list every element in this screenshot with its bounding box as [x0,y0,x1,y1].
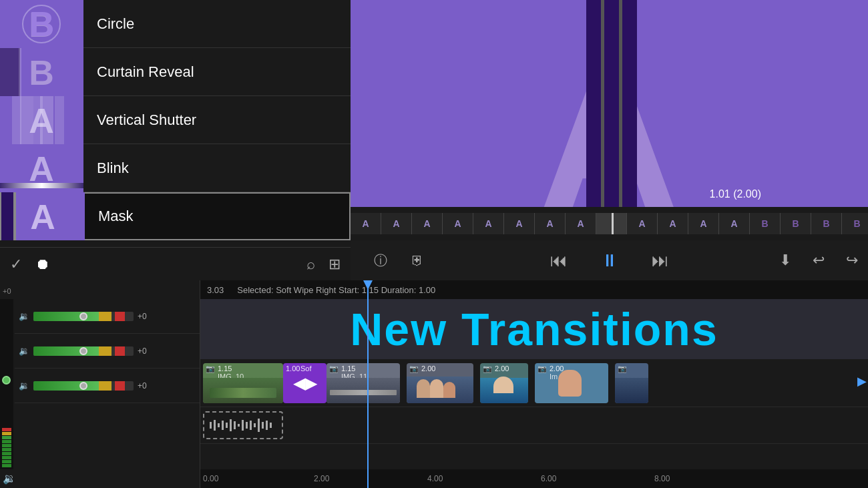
transition-item-blink[interactable]: A Blink [0,144,351,192]
prev-btn[interactable]: ⏮ [550,250,568,271]
ruler-mark-1: 2.00 [314,474,329,483]
svg-rect-28 [218,423,220,427]
clip4-icon: 📷 [483,364,492,373]
svg-rect-34 [242,420,244,431]
new-transitions-banner: New Transitions [200,299,868,359]
svg-text:A: A [30,198,55,236]
vshutter-thumb: A [0,96,83,144]
svg-text:A: A [29,101,54,140]
svg-rect-14 [0,183,83,188]
svg-rect-36 [250,421,252,430]
volume-knob-2[interactable] [79,347,87,355]
clip1-duration: 1.15 [218,364,232,373]
timeline-section: +0 🔉 +0 🔉 +0 🔉 [0,280,868,488]
timeline-status: Selected: Soft Wipe Right Start: 1.15 Du… [237,285,435,295]
svg-rect-21 [586,0,601,240]
filmstrip-bar: A A A A A A A A A A A A B B B B [351,207,868,240]
trans-name: Sof [300,364,312,373]
svg-rect-39 [262,422,264,429]
volume-knob-1[interactable] [79,312,87,320]
circle-label: Circle [83,15,134,33]
transition-item-circle[interactable]: B Circle [0,0,351,48]
svg-rect-29 [222,421,224,430]
video-clip-4[interactable]: 📷 2.00 [480,363,528,403]
audio-track-1: 🔉 +0 [15,299,200,334]
timeline-left-panel: +0 🔉 +0 🔉 +0 🔉 [0,280,200,488]
clip5-icon: 📷 [537,364,547,373]
volume-icon-3[interactable]: 🔉 [19,381,29,391]
transition-item-curtain-reveal[interactable]: B Curtain Reveal [0,48,351,96]
mask-label: Mask [85,208,134,225]
curtain-reveal-label: Curtain Reveal [83,63,194,81]
volume-icon-1[interactable]: 🔉 [19,311,29,321]
ruler-mark-0: 0.00 [203,474,218,483]
level-bar-3 [33,381,134,391]
volume-knob-3[interactable] [79,382,87,390]
redo-icon[interactable]: ↪ [846,252,858,269]
ruler-mark-2: 4.00 [427,474,443,483]
svg-rect-37 [254,423,256,427]
db-label-2: +0 [138,346,147,356]
info-icon[interactable]: ⓘ [374,252,387,270]
next-btn[interactable]: ⏭ [652,250,669,271]
volume-icon-2[interactable]: 🔉 [19,346,29,356]
transition-arrows-icon: ◀▶ [293,374,317,393]
video-clip-5[interactable]: 📷 2.00 Im [535,363,608,403]
grid-icon[interactable]: ⊞ [329,256,341,273]
svg-rect-22 [601,0,604,240]
svg-rect-17 [1,192,13,240]
video-clip-1[interactable]: 📷 1.15 IMG_10 [203,363,283,403]
shield-icon[interactable]: ⛨ [411,253,424,268]
timeline-content-area: 3.03 Selected: Soft Wipe Right Start: 1.… [200,280,868,488]
transition-clip[interactable]: ◀▶ 1.00 Sof [283,363,327,403]
transition-item-vertical-shutter[interactable]: A Vertical Shutter [0,96,351,144]
transition-list: B Circle B Curtain Reveal A [0,0,351,247]
video-clip-2[interactable]: 📷 1.15 IMG_11 [327,363,400,403]
svg-rect-9 [12,96,21,144]
audio-track-2: 🔉 +0 [15,334,200,369]
playhead-head [363,280,373,290]
record-icon[interactable]: ⏺ [35,256,50,273]
curtain-thumb: B [0,48,83,96]
undo-icon[interactable]: ↩ [813,252,825,269]
master-volume-icon[interactable]: 🔉 [3,472,16,485]
video-clip-6[interactable]: 📷 [615,363,648,403]
filmstrip-cells: A A A A A A A A A A A A B B B B [351,213,868,234]
timeline-time: 3.03 [207,285,224,295]
ruler-mark-3: 6.00 [541,474,556,483]
svg-rect-5 [0,48,20,96]
circle-thumb: B [0,0,83,48]
svg-rect-41 [270,423,272,428]
svg-rect-24 [619,0,622,240]
play-pause-btn[interactable]: ⏸ [601,250,618,271]
search-icon[interactable]: ⌕ [306,256,315,273]
audio-waveform-clip[interactable] [203,411,283,439]
svg-rect-26 [210,422,212,429]
svg-rect-31 [230,419,232,431]
level-knob[interactable] [2,376,11,385]
level-bar-1 [33,312,134,321]
clip6-icon: 📷 [618,364,627,373]
download-icon[interactable]: ⬇ [779,252,791,269]
blink-label: Blink [83,160,129,177]
clip3-icon: 📷 [409,364,419,373]
transition-item-mask[interactable]: A Mask [0,192,351,240]
timeline-status-bar: 3.03 Selected: Soft Wipe Right Start: 1.… [200,280,868,299]
video-clip-3[interactable]: 📷 2.00 [407,363,473,403]
transition-toolbar: ✓ ⏺ ⌕ ⊞ [0,247,351,280]
timeline-ruler: 0.00 2.00 4.00 6.00 8.00 [200,469,868,488]
level-bar-2 [33,346,134,356]
clip4-duration: 2.00 [495,364,509,373]
svg-text:B: B [29,5,54,44]
clip2-icon: 📷 [329,364,339,373]
check-icon[interactable]: ✓ [10,256,22,273]
audio-track-3: 🔉 +0 [15,369,200,403]
svg-rect-23 [604,0,619,240]
svg-rect-38 [258,419,260,432]
svg-rect-0 [0,0,83,48]
vshutter-label: Vertical Shutter [83,111,196,129]
svg-text:A: A [29,150,54,188]
clip2-duration: 1.15 [341,364,355,373]
svg-rect-27 [214,420,216,431]
clip-extend-arrow[interactable]: ▶ [857,374,867,389]
